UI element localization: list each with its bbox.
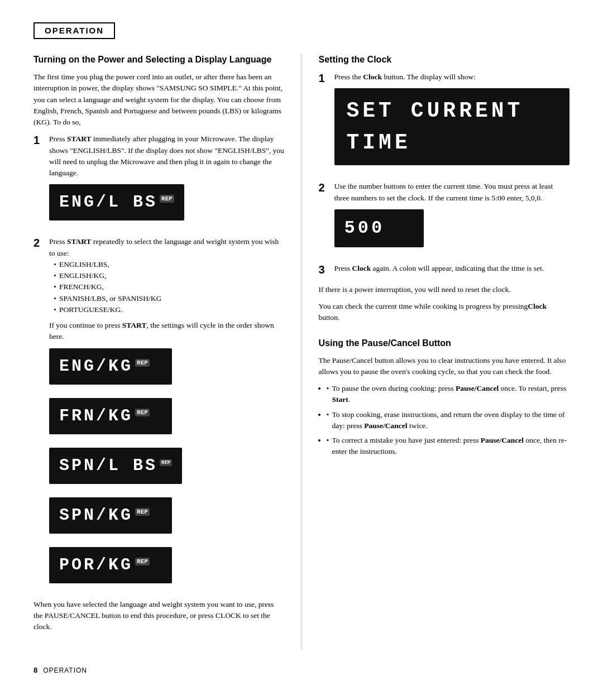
pause-bullet-list: To pause the oven during cooking: press … <box>319 383 570 458</box>
right-step-3-num: 3 <box>319 263 329 276</box>
lcd-displays-group: ENG/KGrep FRN/KGrep SPN/L BSrep SPN/KGre… <box>49 343 285 591</box>
check-time-end: button. <box>319 313 340 322</box>
left-step-1-text-before: Press <box>49 135 67 143</box>
left-step-2-num: 2 <box>34 236 44 250</box>
left-bottom-text: When you have selected the language and … <box>34 599 285 633</box>
bullet-spanish: SPANISH/LBS, or SPANISH/KG <box>54 293 285 304</box>
pause-bullet-1: To pause the oven during cooking: press … <box>327 383 570 406</box>
right-section2-title: Using the Pause/Cancel Button <box>319 338 570 348</box>
left-step-1-content: Press START immediately after plugging i… <box>49 133 285 228</box>
right-step-2-text: Use the number buttons to enter the curr… <box>334 182 553 202</box>
right-step-2: 2 Use the number buttons to enter the cu… <box>319 181 570 255</box>
right-step-1-num: 1 <box>319 71 329 85</box>
footer-label: Operation <box>43 667 87 674</box>
check-time-bold: Clock <box>528 302 547 310</box>
bullet-english-lbs: ENGLISH/LBS, <box>54 259 285 270</box>
lcd-eng-lbs-row: ENG/L BSrep <box>49 179 285 228</box>
lcd-por-kg: POR/KGrep <box>49 547 172 583</box>
pause-bullet-3: To correct a mistake you have just enter… <box>327 435 570 458</box>
right-step-3-bold: Clock <box>352 264 371 272</box>
left-step-2-bold: START <box>67 237 92 246</box>
lcd-rep-1: rep <box>160 195 174 203</box>
left-section-title: Turning on the Power and Selecting a Dis… <box>34 55 285 65</box>
left-step-2-text-before: Press <box>49 237 67 246</box>
lcd-spn-kg: SPN/KGrep <box>49 497 172 534</box>
right-step-2-content: Use the number buttons to enter the curr… <box>334 181 570 255</box>
left-step-2-content: Press START repeatedly to select the lan… <box>49 236 285 591</box>
right-step-1-text: Press the <box>334 73 363 81</box>
lcd-eng-kg: ENG/KGrep <box>49 348 172 385</box>
left-bullet-list: ENGLISH/LBS, ENGLISH/KG, FRENCH/KG, SPAN… <box>49 259 285 315</box>
right-step-2-num: 2 <box>319 181 329 194</box>
power-interrupt-text: If there is a power interruption, you wi… <box>319 284 570 295</box>
left-step-2-footer: If you continue to press START, the sett… <box>49 321 274 341</box>
left-step-1-bold: START <box>67 135 92 143</box>
pause-bullet-2: To stop cooking, erase instructions, and… <box>327 409 570 432</box>
right-step-1-content: Press the Clock button. The display will… <box>334 71 570 173</box>
operation-header: Operation <box>34 22 115 39</box>
lcd-500: 500 <box>334 209 424 247</box>
right-step-3: 3 Press Clock again. A colon will appear… <box>319 263 570 276</box>
lcd-spn-lbs: SPN/L BSrep <box>49 448 182 484</box>
bullet-french-kg: FRENCH/KG, <box>54 281 285 293</box>
check-time-before: You can check the current time while coo… <box>319 302 528 310</box>
right-step-1-text2: button. The display will show: <box>382 73 476 81</box>
right-step-3-text2: again. A colon will appear, indicating t… <box>371 264 544 272</box>
page-footer: 8 Operation <box>34 666 570 674</box>
lcd-set-current-time: SET CURRENT TIME <box>334 88 570 165</box>
right-step-1: 1 Press the Clock button. The display wi… <box>319 71 570 173</box>
right-step-1-bold: Clock <box>363 73 382 81</box>
bullet-english-kg: ENGLISH/KG, <box>54 270 285 281</box>
left-column: Turning on the Power and Selecting a Dis… <box>34 55 302 649</box>
lcd-frn-kg: FRN/KGrep <box>49 398 172 434</box>
right-step-3-text: Press <box>334 264 352 272</box>
right-column: Setting the Clock 1 Press the Clock butt… <box>302 55 570 649</box>
left-intro: The first time you plug the power cord i… <box>34 71 285 128</box>
check-time-text: You can check the current time while coo… <box>319 301 570 324</box>
bullet-portuguese: PORTUGUESE/KG. <box>54 304 285 315</box>
lcd-set-current-time-row: SET CURRENT TIME <box>334 83 570 173</box>
lcd-500-row: 500 <box>334 204 570 255</box>
left-step-1: 1 Press START immediately after plugging… <box>34 133 285 228</box>
right-step-3-content: Press Clock again. A colon will appear, … <box>334 263 570 274</box>
pause-intro: The Pause/Cancel button allows you to cl… <box>319 355 570 378</box>
right-section1-title: Setting the Clock <box>319 55 570 65</box>
header-label: Operation <box>45 26 104 35</box>
lcd-eng-lbs: ENG/L BSrep <box>49 184 184 220</box>
left-step-1-num: 1 <box>34 133 44 147</box>
page-number: 8 <box>34 666 37 674</box>
left-step-2: 2 Press START repeatedly to select the l… <box>34 236 285 591</box>
